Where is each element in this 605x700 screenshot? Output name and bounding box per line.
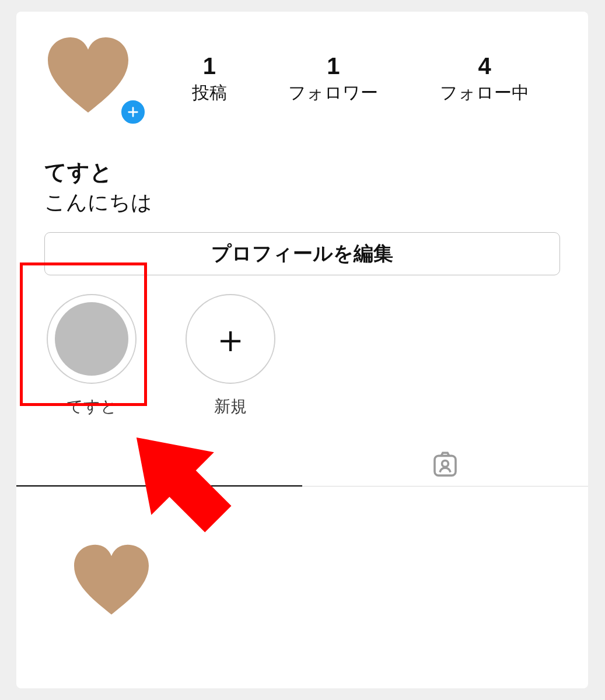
profile-card: 1 投稿 1 フォロワー 4 フォロー中 てすと こんにちは プロフィールを編集…	[16, 12, 588, 688]
stat-followers-value: 1	[288, 53, 378, 79]
highlight-new-label: 新規	[214, 396, 247, 418]
stat-posts-label: 投稿	[192, 81, 227, 105]
profile-bio-text: こんにちは	[44, 188, 560, 217]
tab-grid[interactable]	[16, 442, 302, 486]
highlight-new-circle: ＋	[186, 294, 275, 384]
stat-following[interactable]: 4 フォロー中	[440, 53, 529, 105]
highlight-circle	[47, 294, 137, 384]
highlight-new[interactable]: ＋ 新規	[175, 294, 286, 418]
story-highlights: てすと ＋ 新規	[16, 275, 588, 418]
profile-avatar[interactable]	[44, 35, 144, 123]
tab-tagged[interactable]	[302, 442, 588, 486]
add-story-badge[interactable]	[119, 98, 147, 126]
highlight-item[interactable]: てすと	[36, 294, 147, 418]
stat-following-label: フォロー中	[440, 81, 529, 105]
edit-profile-label: プロフィールを編集	[211, 240, 393, 267]
plus-icon	[127, 106, 139, 118]
profile-bio: てすと こんにちは	[16, 128, 588, 217]
stat-followers-label: フォロワー	[288, 81, 378, 105]
post-thumbnail[interactable]	[16, 487, 207, 677]
profile-header-row: 1 投稿 1 フォロワー 4 フォロー中	[16, 12, 588, 128]
stat-posts-value: 1	[192, 53, 227, 79]
stat-posts[interactable]: 1 投稿	[192, 53, 227, 105]
posts-grid	[16, 487, 588, 677]
heart-icon	[71, 543, 152, 620]
profile-tabs	[16, 442, 588, 487]
stat-following-value: 4	[440, 53, 529, 79]
profile-stats: 1 投稿 1 フォロワー 4 フォロー中	[144, 53, 560, 105]
edit-profile-button[interactable]: プロフィールを編集	[44, 232, 560, 275]
profile-display-name: てすと	[44, 158, 560, 187]
plus-icon: ＋	[211, 320, 250, 358]
stat-followers[interactable]: 1 フォロワー	[288, 53, 378, 105]
svg-rect-1	[435, 456, 456, 475]
svg-point-2	[442, 460, 449, 467]
highlight-thumbnail	[55, 302, 128, 376]
highlight-label: てすと	[67, 396, 117, 418]
tagged-icon	[429, 449, 461, 480]
